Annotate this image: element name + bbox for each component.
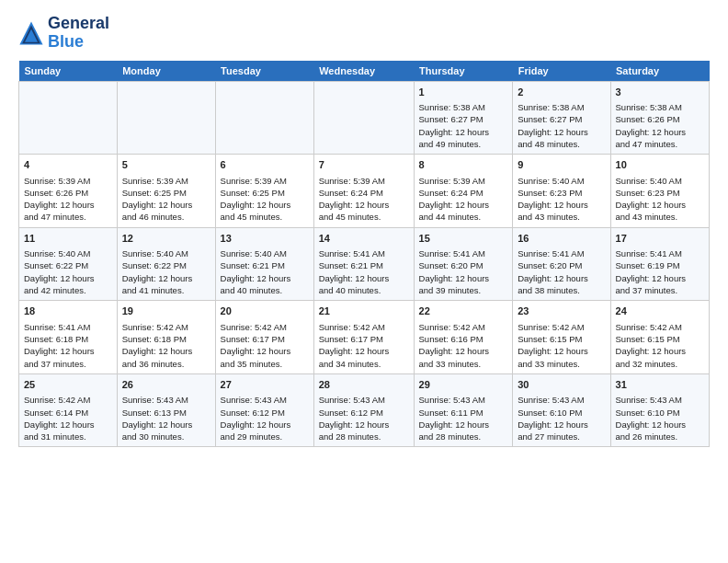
day-number: 10 [616,158,704,172]
calendar-cell [215,81,313,155]
calendar-cell: 16Sunrise: 5:41 AM Sunset: 6:20 PM Dayli… [513,227,610,301]
logo: General Blue [18,15,109,52]
day-info: Sunrise: 5:40 AM Sunset: 6:22 PM Dayligh… [24,247,112,296]
calendar-cell: 23Sunrise: 5:42 AM Sunset: 6:15 PM Dayli… [513,301,610,374]
calendar-cell: 8Sunrise: 5:39 AM Sunset: 6:24 PM Daylig… [414,155,513,228]
day-info: Sunrise: 5:43 AM Sunset: 6:10 PM Dayligh… [518,394,605,442]
day-info: Sunrise: 5:40 AM Sunset: 6:23 PM Dayligh… [616,175,704,224]
day-number: 28 [319,378,409,392]
calendar-cell: 31Sunrise: 5:43 AM Sunset: 6:10 PM Dayli… [610,373,709,447]
calendar-cell: 4Sunrise: 5:39 AM Sunset: 6:26 PM Daylig… [19,155,118,228]
calendar-cell: 22Sunrise: 5:42 AM Sunset: 6:16 PM Dayli… [414,301,513,374]
day-info: Sunrise: 5:41 AM Sunset: 6:20 PM Dayligh… [518,247,605,296]
day-number: 14 [319,232,409,246]
day-info: Sunrise: 5:40 AM Sunset: 6:23 PM Dayligh… [518,175,605,224]
day-info: Sunrise: 5:40 AM Sunset: 6:21 PM Dayligh… [221,247,309,296]
calendar-cell [117,81,215,155]
calendar-cell: 26Sunrise: 5:43 AM Sunset: 6:13 PM Dayli… [117,373,215,447]
day-info: Sunrise: 5:39 AM Sunset: 6:24 PM Dayligh… [319,175,409,224]
day-number: 25 [24,378,112,392]
day-number: 3 [616,86,704,99]
day-info: Sunrise: 5:39 AM Sunset: 6:24 PM Dayligh… [419,175,508,224]
day-number: 30 [518,378,605,392]
day-info: Sunrise: 5:39 AM Sunset: 6:26 PM Dayligh… [24,175,112,224]
day-number: 17 [616,232,704,246]
day-info: Sunrise: 5:39 AM Sunset: 6:25 PM Dayligh… [221,175,309,224]
calendar-week-2: 4Sunrise: 5:39 AM Sunset: 6:26 PM Daylig… [19,155,710,228]
day-info: Sunrise: 5:42 AM Sunset: 6:17 PM Dayligh… [319,321,409,370]
calendar-cell: 28Sunrise: 5:43 AM Sunset: 6:12 PM Dayli… [313,373,414,447]
day-info: Sunrise: 5:43 AM Sunset: 6:12 PM Dayligh… [221,394,309,442]
calendar-week-5: 25Sunrise: 5:42 AM Sunset: 6:14 PM Dayli… [19,373,710,447]
calendar-cell: 29Sunrise: 5:43 AM Sunset: 6:11 PM Dayli… [414,373,513,447]
day-info: Sunrise: 5:40 AM Sunset: 6:22 PM Dayligh… [122,247,210,296]
day-number: 24 [616,304,704,318]
day-number: 8 [419,158,508,172]
day-info: Sunrise: 5:38 AM Sunset: 6:27 PM Dayligh… [419,101,508,150]
day-number: 21 [319,304,409,318]
day-info: Sunrise: 5:42 AM Sunset: 6:15 PM Dayligh… [616,321,704,370]
day-info: Sunrise: 5:42 AM Sunset: 6:18 PM Dayligh… [122,321,210,370]
calendar-cell: 19Sunrise: 5:42 AM Sunset: 6:18 PM Dayli… [117,301,215,374]
day-info: Sunrise: 5:38 AM Sunset: 6:27 PM Dayligh… [518,101,605,150]
day-info: Sunrise: 5:43 AM Sunset: 6:12 PM Dayligh… [319,394,409,442]
calendar-cell: 11Sunrise: 5:40 AM Sunset: 6:22 PM Dayli… [19,227,118,301]
day-info: Sunrise: 5:41 AM Sunset: 6:21 PM Dayligh… [319,247,409,296]
calendar-cell [313,81,414,155]
calendar-cell: 15Sunrise: 5:41 AM Sunset: 6:20 PM Dayli… [414,227,513,301]
day-number: 6 [221,158,309,172]
logo-text: General Blue [48,15,109,52]
day-info: Sunrise: 5:42 AM Sunset: 6:16 PM Dayligh… [419,321,508,370]
day-number: 1 [419,86,508,99]
day-info: Sunrise: 5:39 AM Sunset: 6:25 PM Dayligh… [122,175,210,224]
weekday-header-saturday: Saturday [610,61,709,82]
day-number: 15 [419,232,508,246]
day-number: 4 [24,158,112,172]
weekday-header-friday: Friday [513,61,610,82]
day-number: 5 [122,158,210,172]
day-number: 19 [122,304,210,318]
calendar-cell: 30Sunrise: 5:43 AM Sunset: 6:10 PM Dayli… [513,373,610,447]
calendar-cell: 2Sunrise: 5:38 AM Sunset: 6:27 PM Daylig… [513,81,610,155]
day-info: Sunrise: 5:41 AM Sunset: 6:20 PM Dayligh… [419,247,508,296]
calendar-cell: 5Sunrise: 5:39 AM Sunset: 6:25 PM Daylig… [117,155,215,228]
day-number: 26 [122,378,210,392]
day-info: Sunrise: 5:41 AM Sunset: 6:18 PM Dayligh… [24,321,112,370]
calendar-week-4: 18Sunrise: 5:41 AM Sunset: 6:18 PM Dayli… [19,301,710,374]
calendar-cell: 13Sunrise: 5:40 AM Sunset: 6:21 PM Dayli… [215,227,313,301]
day-number: 7 [319,158,409,172]
day-number: 31 [616,378,704,392]
calendar-cell: 1Sunrise: 5:38 AM Sunset: 6:27 PM Daylig… [414,81,513,155]
day-number: 13 [221,232,309,246]
calendar-table: SundayMondayTuesdayWednesdayThursdayFrid… [18,61,710,448]
day-number: 2 [518,86,605,99]
calendar-cell: 24Sunrise: 5:42 AM Sunset: 6:15 PM Dayli… [610,301,709,374]
calendar-cell: 3Sunrise: 5:38 AM Sunset: 6:26 PM Daylig… [610,81,709,155]
logo-line1: General [48,15,109,33]
calendar-cell: 21Sunrise: 5:42 AM Sunset: 6:17 PM Dayli… [313,301,414,374]
calendar-cell: 17Sunrise: 5:41 AM Sunset: 6:19 PM Dayli… [610,227,709,301]
calendar-cell: 9Sunrise: 5:40 AM Sunset: 6:23 PM Daylig… [513,155,610,228]
logo-icon [18,20,44,46]
day-info: Sunrise: 5:42 AM Sunset: 6:14 PM Dayligh… [24,394,112,442]
weekday-header-sunday: Sunday [19,61,118,82]
day-info: Sunrise: 5:43 AM Sunset: 6:11 PM Dayligh… [419,394,508,442]
day-number: 18 [24,304,112,318]
day-info: Sunrise: 5:43 AM Sunset: 6:13 PM Dayligh… [122,394,210,442]
logo-line2: Blue [48,32,84,51]
calendar-cell: 18Sunrise: 5:41 AM Sunset: 6:18 PM Dayli… [19,301,118,374]
day-number: 20 [221,304,309,318]
day-info: Sunrise: 5:38 AM Sunset: 6:26 PM Dayligh… [616,101,704,150]
day-number: 11 [24,232,112,246]
weekday-header-row: SundayMondayTuesdayWednesdayThursdayFrid… [19,61,710,82]
day-number: 22 [419,304,508,318]
calendar-cell: 14Sunrise: 5:41 AM Sunset: 6:21 PM Dayli… [313,227,414,301]
day-info: Sunrise: 5:42 AM Sunset: 6:15 PM Dayligh… [518,321,605,370]
weekday-header-monday: Monday [117,61,215,82]
calendar-cell: 10Sunrise: 5:40 AM Sunset: 6:23 PM Dayli… [610,155,709,228]
calendar-cell [19,81,118,155]
day-number: 9 [518,158,605,172]
day-number: 12 [122,232,210,246]
day-info: Sunrise: 5:41 AM Sunset: 6:19 PM Dayligh… [616,247,704,296]
day-number: 16 [518,232,605,246]
